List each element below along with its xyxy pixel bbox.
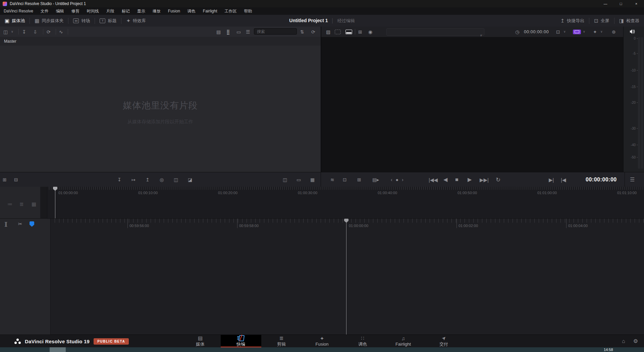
append-edit-icon[interactable]: ↦	[131, 172, 136, 187]
trim-tool-icon[interactable]: ][	[5, 221, 7, 226]
tab-fusion[interactable]: ✦ Fusion	[302, 335, 342, 348]
transitions-button[interactable]: ⋈ 转场	[68, 15, 95, 27]
menu-timeline[interactable]: 时间线	[83, 8, 103, 14]
speaker-icon[interactable]	[630, 29, 636, 34]
menu-color[interactable]: 调色	[184, 8, 199, 14]
append-to-timeline-icon[interactable]: ⊞	[3, 172, 7, 187]
waveform-view-icon[interactable]: ▦	[310, 172, 315, 187]
chevron-down-icon[interactable]: ∨	[600, 27, 603, 37]
chevron-down-icon[interactable]: ∨	[583, 27, 585, 37]
menu-edit[interactable]: 编辑	[52, 8, 68, 14]
stop-icon[interactable]: ■	[455, 172, 459, 187]
color-managed-badge[interactable]	[573, 27, 581, 37]
tab-cut[interactable]: 快编	[221, 335, 261, 348]
menu-clip[interactable]: 片段	[103, 8, 118, 14]
sync-bin-button[interactable]: ▦ 同步媒体夹	[30, 15, 68, 27]
import-folder-icon[interactable]: ⇩	[33, 27, 37, 37]
thumbnail-view-icon[interactable]: ⣿	[226, 27, 230, 37]
timeline-overview-ruler[interactable]: 01:00:00:00 01:00:10:00 01:00:20:00 01:0…	[47, 187, 644, 218]
inspector-button[interactable]: ◨ 检查器	[614, 15, 644, 27]
timeline-options-icon[interactable]: ☰	[630, 172, 635, 187]
scrub-control[interactable]: ‹ ● ›	[391, 172, 405, 187]
bin-name[interactable]: Master	[4, 39, 16, 44]
list-view-icon[interactable]: ☰	[246, 27, 250, 37]
metadata-view-icon[interactable]: ▤	[216, 27, 221, 37]
fast-review-icon[interactable]: ▤▸	[372, 172, 379, 187]
viewer-tools-icon[interactable]: ≋	[330, 172, 334, 187]
blade-tool-icon[interactable]: ✂	[18, 221, 22, 226]
split-view-icon[interactable]: ◫	[283, 172, 287, 187]
goto-in-icon[interactable]: |◀	[561, 172, 566, 187]
menu-workspace[interactable]: 工作区	[221, 8, 240, 14]
viewer-image-icon[interactable]: ▨	[326, 27, 330, 37]
enhance-icon[interactable]: ✦	[593, 27, 597, 37]
resync-icon[interactable]: ⟳	[47, 27, 51, 37]
timeline-detail[interactable]: 00:59:56:00 00:59:58:00 01:00:00:00 01:0…	[0, 218, 644, 335]
refresh-icon[interactable]: ⟳	[311, 27, 315, 37]
timeline-playhead[interactable]	[346, 219, 346, 335]
trim-editor-icon[interactable]	[335, 27, 341, 37]
close-up-icon[interactable]: ◎	[160, 172, 164, 187]
taskbar-item[interactable]	[50, 347, 66, 352]
single-view-icon[interactable]: ▭	[297, 172, 301, 187]
loop-icon[interactable]: ↻	[496, 172, 500, 187]
quick-export-button[interactable]: ↥ 快捷导出	[556, 15, 589, 27]
relink-icon[interactable]: ∿	[59, 27, 63, 37]
menu-mark[interactable]: 标记	[118, 8, 133, 14]
menu-davinci-resolve[interactable]: DaVinci Resolve	[0, 9, 37, 13]
track-options-icon[interactable]: ≣	[19, 202, 24, 207]
film-roll-icon[interactable]: ▦	[32, 202, 36, 207]
viewer-panel[interactable]	[321, 37, 624, 172]
goto-out-icon[interactable]: ▶|	[549, 172, 554, 187]
source-tape-icon[interactable]	[345, 27, 352, 37]
timeline-overview[interactable]: 01:00:00:00 01:00:10:00 01:00:20:00 01:0…	[0, 187, 644, 218]
media-pool-panel[interactable]: 媒体池里没有片段 从媒体存储添加片段以开始工作	[0, 46, 321, 172]
skip-last-frame-icon[interactable]: ▶▶|	[480, 172, 489, 187]
tab-media[interactable]: ▤ 媒体	[180, 335, 221, 348]
menu-file[interactable]: 文件	[37, 8, 52, 14]
clip-list-icon[interactable]: ≔	[7, 202, 12, 207]
chevron-down-icon[interactable]: ∨	[11, 27, 13, 37]
menu-fusion[interactable]: Fusion	[164, 9, 184, 13]
skip-first-frame-icon[interactable]: |◀◀	[429, 172, 438, 187]
media-pool-button[interactable]: ▣ 媒体池	[0, 15, 30, 27]
fullscreen-button[interactable]: ⊡ 全屏	[589, 15, 614, 27]
tab-deliver[interactable]: ➤ 交付	[424, 335, 464, 348]
titles-button[interactable]: T 标题	[95, 15, 121, 27]
poi-marker-icon[interactable]: ⊡	[343, 172, 347, 187]
menu-playback[interactable]: 播放	[149, 8, 164, 14]
filmstrip-view-icon[interactable]: ▭	[236, 27, 241, 37]
menu-fairlight[interactable]: Fairlight	[199, 9, 221, 13]
menu-trim[interactable]: 修剪	[68, 8, 83, 14]
media-pool-header: ◫ ∨ ↧ ⇩ ⟳ ∿ ▤ ⣿ ▭ ☰ ⇅ ⟳	[0, 27, 321, 37]
clip-name-dropdown[interactable]: ∨	[386, 28, 484, 36]
overview-playhead[interactable]	[55, 187, 55, 218]
chevron-down-icon[interactable]: ∨	[564, 27, 566, 37]
snapping-icon[interactable]	[30, 221, 34, 227]
tab-edit[interactable]: ≣ 剪辑	[261, 335, 302, 348]
menu-help[interactable]: 帮助	[240, 8, 256, 14]
camera-icon[interactable]: ◉	[368, 27, 372, 37]
multi-view-icon[interactable]: ⊞	[358, 27, 362, 37]
source-overwrite-icon[interactable]: ◪	[188, 172, 192, 187]
maximize-icon[interactable]: □	[613, 0, 629, 7]
place-on-top-icon[interactable]: ◫	[174, 172, 178, 187]
step-back-icon[interactable]: ◀	[443, 172, 447, 187]
ripple-overwrite-icon[interactable]: ↥	[146, 172, 150, 187]
menu-view[interactable]: 显示	[133, 8, 149, 14]
color-wheel-icon[interactable]: ⊚	[612, 27, 616, 37]
panel-toggle-icon[interactable]: ◫	[3, 27, 8, 37]
insert-to-timeline-icon[interactable]: ⊟	[14, 172, 18, 187]
display-options-icon[interactable]: ⊡	[556, 27, 560, 37]
search-input[interactable]	[254, 28, 297, 35]
effects-button[interactable]: ✦ 特效库	[121, 15, 151, 27]
play-icon[interactable]: ▶	[468, 172, 472, 187]
add-poi-icon[interactable]: ⊞	[357, 172, 361, 187]
smart-insert-icon[interactable]: ↧	[117, 172, 121, 187]
tab-fairlight[interactable]: ♫ Fairlight	[383, 335, 424, 348]
close-icon[interactable]: ×	[629, 0, 644, 7]
tab-color[interactable]: ∷ 调色	[342, 335, 383, 348]
import-media-icon[interactable]: ↧	[22, 27, 26, 37]
minimize-icon[interactable]: —	[598, 0, 613, 7]
sort-icon[interactable]: ⇅	[300, 27, 304, 37]
